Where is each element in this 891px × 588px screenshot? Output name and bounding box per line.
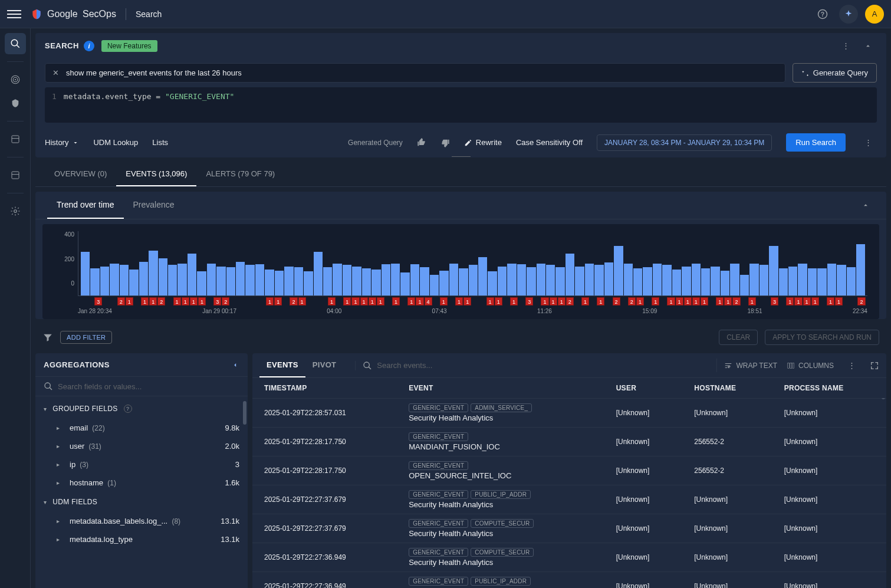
bar[interactable] [284,267,293,295]
events-subtab-events[interactable]: EVENTS [259,353,305,377]
bar[interactable] [168,265,177,295]
bar[interactable] [100,267,109,295]
bar[interactable] [304,271,313,295]
bar[interactable] [197,271,206,295]
bar[interactable] [779,268,788,295]
bar[interactable] [692,264,701,296]
bar[interactable] [575,267,584,295]
bar[interactable] [740,275,749,295]
bar[interactable] [498,267,507,295]
bar[interactable] [643,267,652,295]
bar[interactable] [420,267,429,295]
bar[interactable] [711,267,719,295]
bar[interactable] [682,267,691,295]
col-hostname[interactable]: HOSTNAME [682,378,772,399]
bar[interactable] [120,265,129,295]
bar[interactable] [382,264,390,295]
bar[interactable] [314,252,323,295]
bar[interactable] [749,264,758,296]
agg-row[interactable]: ▸ metadata.base_labels.log_... (8) 13.1k [35,512,248,530]
thumbs-up-icon[interactable] [417,138,426,147]
bar[interactable] [430,275,439,295]
bar[interactable] [594,265,603,295]
col-process[interactable]: PROCESS NAME [772,378,886,399]
bar[interactable] [90,268,99,295]
search-kebab-icon[interactable]: ⋮ [837,39,854,52]
grouped-fields-header[interactable]: ▾ GROUPED FIELDS ? [35,399,248,419]
run-search-button[interactable]: Run Search [786,133,846,152]
table-row[interactable]: 2025-01-29T22:28:57.031 GENERIC_EVENTADM… [252,399,886,428]
events-subtab-pivot[interactable]: PIVOT [305,353,344,377]
collapse-up-icon[interactable] [859,40,877,52]
table-row[interactable]: 2025-01-29T22:27:36.949 GENERIC_EVENTPUB… [252,572,886,589]
bar[interactable] [81,252,90,295]
tab-events[interactable]: EVENTS (13,096) [116,162,196,186]
bar[interactable] [294,267,303,295]
bar[interactable] [275,271,284,295]
bar[interactable] [527,267,535,295]
nav-target-icon[interactable] [5,69,26,90]
bar[interactable] [323,267,332,295]
bar[interactable] [614,246,623,295]
table-row[interactable]: 2025-01-29T22:28:17.750 GENERIC_EVENTOPE… [252,456,886,485]
bar[interactable] [798,264,807,296]
bar[interactable] [662,265,671,295]
hamburger-menu[interactable] [7,7,21,21]
rewrite-button[interactable]: Rewrite [464,138,502,147]
nav-dashboard2-icon[interactable] [5,165,26,186]
bar[interactable] [633,268,642,295]
nav-gear-icon[interactable] [5,201,26,222]
bar[interactable] [410,264,419,295]
bar[interactable] [856,244,865,295]
bar[interactable] [371,270,380,295]
bar[interactable] [730,264,739,296]
nav-dashboard1-icon[interactable] [5,129,26,150]
agg-row[interactable]: ▸ ip (3) 3 [35,455,248,474]
scrollbar-thumb[interactable] [243,401,246,425]
chart-tab-trend[interactable]: Trend over time [47,192,124,219]
bar[interactable] [769,246,778,295]
bar[interactable] [837,265,846,295]
bar[interactable] [352,267,361,295]
events-kebab-icon[interactable]: ⋮ [843,359,860,372]
table-row[interactable]: 2025-01-29T22:28:17.750 GENERIC_EVENTMAN… [252,428,886,456]
agg-search-input[interactable] [58,382,239,391]
tab-alerts[interactable]: ALERTS (79 OF 79) [196,162,284,186]
bar[interactable] [400,272,409,296]
table-row[interactable]: 2025-01-29T22:27:36.949 GENERIC_EVENTCOM… [252,543,886,572]
code-editor[interactable]: 1metadata.event_type = "GENERIC_EVENT" [45,87,877,123]
help-icon[interactable]: ? [124,405,132,413]
chart-tab-prevalence[interactable]: Prevalence [124,192,184,219]
bar[interactable] [721,271,729,295]
clear-button[interactable]: CLEAR [719,330,758,345]
bar[interactable] [391,264,400,296]
nav-shield-icon[interactable] [5,93,26,114]
table-row[interactable]: 2025-01-29T22:27:37.679 GENERIC_EVENTCOM… [252,514,886,543]
col-timestamp[interactable]: TIMESTAMP [252,378,397,399]
nav-search-label[interactable]: Search [136,9,162,19]
bar[interactable] [624,264,633,296]
bar[interactable] [827,264,836,296]
bar[interactable] [159,258,167,295]
help-icon[interactable]: ? [813,5,832,24]
toolbar-kebab-icon[interactable]: ⋮ [860,136,877,149]
bar[interactable] [760,265,768,295]
add-filter-button[interactable]: ADD FILTER [60,331,112,344]
bar[interactable] [469,265,478,295]
bar[interactable] [604,262,613,295]
agg-row[interactable]: ▸ user (31) 2.0k [35,437,248,455]
bar[interactable] [488,271,497,295]
bar[interactable] [449,264,458,296]
bar[interactable] [149,251,157,295]
tab-overview[interactable]: OVERVIEW (0) [45,162,116,186]
agg-row[interactable]: ▸ email (22) 9.8k [35,419,248,437]
bar[interactable] [188,254,196,295]
case-sensitivity-toggle[interactable]: Case Sensitivity Off [516,138,583,147]
bar[interactable] [177,264,186,296]
bar[interactable] [672,270,681,295]
bar[interactable] [565,254,574,295]
bar[interactable] [439,271,448,295]
events-search-input[interactable] [377,361,709,370]
bar[interactable] [139,262,148,295]
bar[interactable] [459,268,468,295]
